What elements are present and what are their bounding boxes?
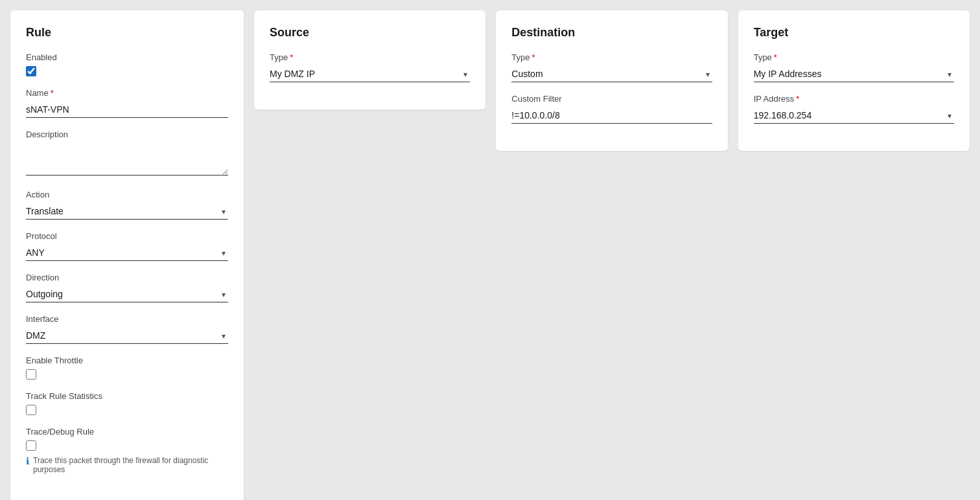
- name-input[interactable]: [26, 102, 228, 118]
- direction-select-wrapper: Outgoing Incoming Both ▾: [26, 286, 228, 302]
- target-title: Target: [754, 26, 954, 40]
- info-icon: ℹ: [26, 456, 29, 466]
- action-field-group: Action Translate No Translate Drop ▾: [26, 190, 228, 220]
- target-ip-required-star: *: [796, 94, 799, 104]
- destination-card: Destination Type * Custom My IP Addresse…: [496, 10, 727, 151]
- action-select[interactable]: Translate No Translate Drop: [26, 203, 228, 220]
- track-stats-checkbox-wrapper: [26, 405, 228, 415]
- enabled-checkbox[interactable]: [26, 66, 36, 76]
- source-type-required-star: *: [290, 52, 293, 62]
- custom-filter-label: Custom Filter: [511, 94, 712, 104]
- direction-label: Direction: [26, 273, 228, 282]
- protocol-select[interactable]: ANY TCP UDP ICMP: [26, 245, 228, 261]
- destination-type-required-star: *: [532, 52, 535, 62]
- target-type-select-wrapper: My IP Addresses My DMZ IP Custom Any ▾: [754, 66, 954, 82]
- source-type-label: Type *: [270, 52, 470, 62]
- trace-field-group: Trace/Debug Rule ℹ Trace this packet thr…: [26, 427, 228, 474]
- custom-filter-field-group: Custom Filter: [511, 94, 712, 124]
- name-label: Name *: [26, 88, 228, 98]
- description-field-group: Description: [26, 130, 228, 178]
- destination-type-label: Type *: [511, 52, 712, 62]
- track-stats-label: Track Rule Statistics: [26, 391, 228, 401]
- track-stats-field-group: Track Rule Statistics: [26, 391, 228, 415]
- source-title: Source: [270, 26, 470, 40]
- action-label: Action: [26, 190, 228, 199]
- custom-filter-input[interactable]: [511, 108, 712, 124]
- rule-title: Rule: [26, 26, 228, 40]
- main-layout: Rule Enabled Name * Description Action: [10, 10, 970, 500]
- direction-field-group: Direction Outgoing Incoming Both ▾: [26, 273, 228, 302]
- enabled-field-group: Enabled: [26, 52, 228, 76]
- destination-type-field-group: Type * Custom My IP Addresses My DMZ IP …: [511, 52, 712, 82]
- name-required-star: *: [51, 88, 54, 98]
- throttle-checkbox-wrapper: [26, 369, 228, 380]
- target-ip-label: IP Address *: [754, 94, 954, 104]
- trace-note-text: Trace this packet through the firewall f…: [33, 456, 228, 474]
- interface-field-group: Interface DMZ WAN LAN ▾: [26, 314, 228, 344]
- interface-select-wrapper: DMZ WAN LAN ▾: [26, 328, 228, 344]
- description-label: Description: [26, 130, 228, 139]
- throttle-checkbox[interactable]: [26, 369, 36, 380]
- destination-title: Destination: [511, 26, 712, 40]
- action-select-wrapper: Translate No Translate Drop ▾: [26, 203, 228, 220]
- description-textarea[interactable]: [26, 143, 228, 176]
- target-type-select[interactable]: My IP Addresses My DMZ IP Custom Any: [754, 66, 954, 82]
- source-type-select[interactable]: My DMZ IP My IP Addresses Custom Any: [270, 66, 470, 82]
- protocol-field-group: Protocol ANY TCP UDP ICMP ▾: [26, 231, 228, 261]
- source-type-field-group: Type * My DMZ IP My IP Addresses Custom …: [270, 52, 470, 82]
- track-stats-checkbox[interactable]: [26, 405, 36, 415]
- source-type-select-wrapper: My DMZ IP My IP Addresses Custom Any ▾: [270, 66, 470, 82]
- rule-card: Rule Enabled Name * Description Action: [10, 10, 244, 500]
- throttle-label: Enable Throttle: [26, 356, 228, 365]
- protocol-select-wrapper: ANY TCP UDP ICMP ▾: [26, 245, 228, 261]
- trace-label: Trace/Debug Rule: [26, 427, 228, 437]
- target-type-label: Type *: [754, 52, 954, 62]
- target-type-field-group: Type * My IP Addresses My DMZ IP Custom …: [754, 52, 954, 82]
- target-ip-field-group: IP Address * 192.168.0.254 192.168.0.1 ▾: [754, 94, 954, 124]
- enabled-label: Enabled: [26, 52, 228, 62]
- trace-checkbox-wrapper: [26, 440, 228, 451]
- trace-checkbox[interactable]: [26, 440, 36, 451]
- enabled-checkbox-wrapper: [26, 66, 228, 76]
- interface-select[interactable]: DMZ WAN LAN: [26, 328, 228, 344]
- target-card: Target Type * My IP Addresses My DMZ IP …: [738, 10, 970, 151]
- target-ip-select-wrapper: 192.168.0.254 192.168.0.1 ▾: [754, 108, 954, 124]
- name-field-group: Name *: [26, 88, 228, 118]
- destination-type-select-wrapper: Custom My IP Addresses My DMZ IP Any ▾: [511, 66, 712, 82]
- protocol-label: Protocol: [26, 231, 228, 241]
- throttle-field-group: Enable Throttle: [26, 356, 228, 380]
- interface-label: Interface: [26, 314, 228, 324]
- target-type-required-star: *: [774, 52, 777, 62]
- destination-type-select[interactable]: Custom My IP Addresses My DMZ IP Any: [511, 66, 712, 82]
- source-card: Source Type * My DMZ IP My IP Addresses …: [254, 10, 485, 109]
- trace-info-note: ℹ Trace this packet through the firewall…: [26, 456, 228, 474]
- target-ip-select[interactable]: 192.168.0.254 192.168.0.1: [754, 108, 954, 124]
- direction-select[interactable]: Outgoing Incoming Both: [26, 286, 228, 302]
